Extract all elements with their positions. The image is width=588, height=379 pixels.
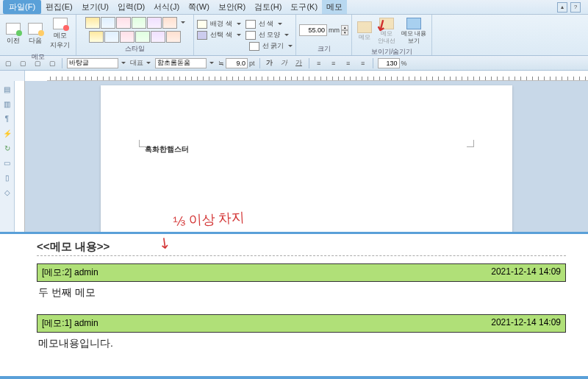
italic-icon[interactable]: 가 — [279, 58, 290, 68]
memo-item[interactable]: [메모:2] admin 2021-12-14 14:09 두 번째 메모 — [37, 263, 566, 304]
menu-format[interactable]: 서식(J) — [149, 0, 184, 14]
refresh-icon[interactable]: ↻ — [2, 143, 12, 153]
menu-memo[interactable]: 메모 — [322, 0, 347, 14]
memo-label: [메모:2] admin — [42, 266, 98, 279]
bg-color-picker[interactable]: 배경 색 — [197, 18, 241, 29]
line-shape-picker[interactable]: 선 모양 — [245, 29, 290, 40]
zoom-select[interactable]: % — [378, 58, 407, 68]
ribbon-group-style-label: 스타일 — [79, 43, 190, 54]
chevron-down-icon — [237, 23, 241, 25]
ribbon-group-show-label: 보이기/숨기기 — [355, 46, 429, 57]
page-icon[interactable]: ▥ — [2, 99, 12, 109]
spin-up-icon[interactable]: ▴ — [341, 25, 348, 30]
menu-input[interactable]: 입력(D) — [113, 0, 149, 14]
ribbon-group-style: 스타일 — [76, 15, 194, 55]
memo-style-7[interactable] — [89, 31, 104, 43]
document-viewport[interactable]: 흑화한햄스터 — [25, 81, 588, 232]
memo-style-9[interactable] — [120, 31, 135, 43]
menu-page[interactable]: 쪽(W) — [184, 0, 214, 14]
align-center-icon[interactable]: ≡ — [329, 58, 339, 68]
fill-icon — [197, 20, 207, 29]
erase-icon — [53, 18, 68, 29]
font-name-select[interactable] — [155, 58, 214, 68]
clip-icon[interactable]: ◇ — [2, 187, 12, 197]
toggle-memo-button[interactable]: 메모 — [355, 20, 374, 43]
ribbon-group-show: 메모 메모 안내선 메모 내용 보기 보이기/숨기기 — [352, 15, 432, 55]
memo-style-8[interactable] — [104, 31, 119, 43]
document-text[interactable]: 흑화한햄스터 — [101, 85, 512, 213]
memo-style-6[interactable] — [162, 17, 177, 29]
bookmark-icon[interactable]: ▯ — [2, 172, 12, 183]
memo-style-3[interactable] — [116, 17, 131, 29]
memo-style-1[interactable] — [85, 17, 100, 29]
size-unit-label: mm — [329, 26, 340, 34]
outline-icon[interactable]: ▤ — [2, 84, 12, 94]
ruler-horizontal[interactable] — [47, 71, 588, 81]
align-right-icon[interactable]: ≡ — [343, 58, 354, 68]
para-style-select[interactable] — [67, 58, 126, 68]
menu-review[interactable]: 검토(H) — [250, 0, 286, 14]
page[interactable]: 흑화한햄스터 — [101, 85, 512, 232]
help-icon[interactable]: ? — [570, 2, 581, 13]
memo-prev-button[interactable]: 이전 — [3, 21, 24, 47]
memo-next-button[interactable]: 다음 — [25, 21, 46, 47]
size-spinner[interactable]: ▴▾ — [341, 25, 348, 35]
menu-tools[interactable]: 도구(K) — [286, 0, 322, 14]
memo-panel-title: <<메모 내용>> — [37, 240, 566, 256]
memo-style-11[interactable] — [151, 31, 165, 43]
memo-width-input[interactable] — [299, 24, 327, 36]
chevron-down-icon — [146, 62, 151, 64]
align-left-icon[interactable]: ≡ — [314, 58, 324, 68]
memo-body: 메모내용입니다. — [37, 333, 566, 355]
book-icon[interactable]: ▭ — [2, 157, 12, 168]
menu-view[interactable]: 보기(U) — [77, 0, 113, 14]
new-doc-icon[interactable]: ▢ — [3, 58, 13, 68]
format-toolbar: ▢ ▢ ▢ ▢ 대표 ≒pt 가 가 가 ≡ ≡ ≡ ≡ % — [0, 56, 588, 71]
spin-down-icon[interactable]: ▾ — [341, 30, 348, 35]
margin-mark-tl — [139, 140, 146, 147]
memo-style-5[interactable] — [147, 17, 162, 29]
line-shape-icon — [245, 31, 256, 40]
chevron-down-icon — [237, 34, 241, 36]
toggle-guide-button[interactable]: 메모 안내선 — [376, 16, 398, 46]
rep-select[interactable]: 대표 — [130, 58, 151, 68]
pen-icon — [245, 20, 256, 29]
line-shape-label: 선 모양 — [259, 30, 281, 40]
memo-style-2[interactable] — [101, 17, 115, 29]
select-icon — [197, 31, 207, 40]
chevron-down-icon — [209, 62, 214, 64]
memo-style-12[interactable] — [166, 31, 181, 43]
memo-prev-label: 이전 — [7, 36, 20, 46]
paragraph-icon[interactable]: ¶ — [2, 113, 12, 124]
memo-body: 두 번째 메모 — [37, 282, 566, 304]
left-icon-bar: ▤ ▥ ¶ ⚡ ↻ ▭ ▯ ◇ — [0, 81, 15, 232]
line-color-picker[interactable]: 선 색 — [245, 18, 283, 29]
memo-erase-button[interactable]: 메모 지우기 — [47, 16, 73, 52]
font-size-select[interactable]: ≒pt — [218, 58, 255, 68]
ruler-vertical[interactable] — [15, 81, 25, 232]
ribbon: 이전 다음 메모 지우기 메모 — [0, 15, 588, 56]
open-icon[interactable]: ▢ — [18, 58, 28, 68]
menu-security[interactable]: 보안(R) — [214, 0, 250, 14]
memo-item[interactable]: [메모:1] admin 2021-12-14 14:09 메모내용입니다. — [37, 314, 566, 355]
print-icon[interactable]: ▢ — [47, 58, 57, 68]
memo-style-4[interactable] — [132, 17, 146, 29]
toggle-memo-content-button[interactable]: 메모 내용 보기 — [399, 16, 429, 46]
ruler-corner — [0, 71, 25, 81]
menu-edit[interactable]: 편집(E) — [41, 0, 77, 14]
memo-style-10[interactable] — [135, 31, 150, 43]
save-icon[interactable]: ▢ — [32, 58, 43, 68]
line-thick-icon — [249, 42, 259, 51]
file-menu[interactable]: 파일(F) — [3, 0, 41, 14]
line-thick-picker[interactable]: 선 굵기 — [249, 40, 293, 52]
select-color-picker[interactable]: 선택 색 — [197, 29, 241, 40]
line-thick-label: 선 굵기 — [262, 41, 284, 51]
minimize-ribbon-icon[interactable]: ▴ — [557, 2, 567, 13]
bold-icon[interactable]: 가 — [265, 58, 275, 68]
underline-icon[interactable]: 가 — [294, 58, 304, 68]
memo-header: [메모:2] admin 2021-12-14 14:09 — [37, 263, 566, 282]
align-justify-icon[interactable]: ≡ — [358, 58, 368, 68]
lightning-icon[interactable]: ⚡ — [2, 128, 12, 138]
ribbon-group-size-label: 크기 — [299, 43, 348, 54]
style-more-icon[interactable] — [181, 21, 185, 24]
